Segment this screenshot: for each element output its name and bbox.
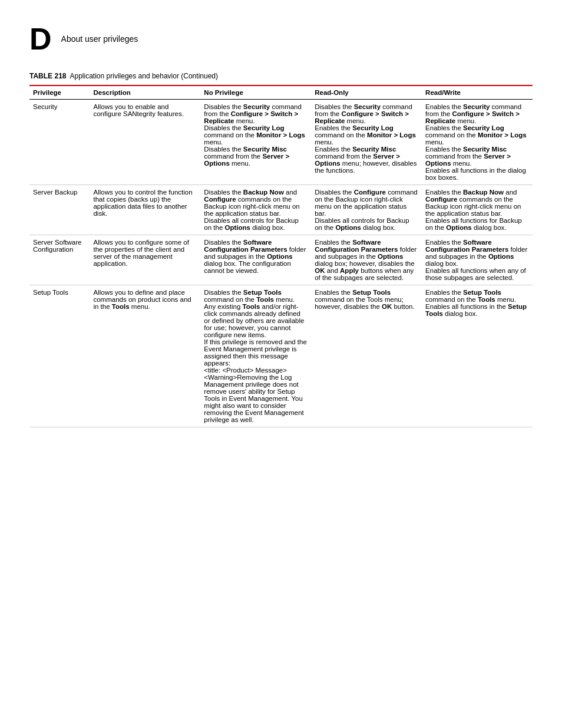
col-description: Description bbox=[90, 86, 200, 100]
read-write-cell: Enables the Setup Tools command on the T… bbox=[422, 285, 533, 427]
description-cell: Allows you to configure some of the prop… bbox=[90, 235, 200, 285]
description-cell: Allows you to control the function that … bbox=[90, 185, 200, 235]
col-readonly: Read-Only bbox=[311, 86, 422, 100]
table-header: Privilege Description No Privilege Read-… bbox=[29, 86, 533, 100]
read-only-cell: Enables the Software Configuration Param… bbox=[311, 235, 422, 285]
description-cell: Allows you to enable and configure SANte… bbox=[90, 100, 200, 185]
privilege-cell: Server Software Configuration bbox=[29, 235, 90, 285]
no-privilege-cell: Disables the Backup Now and Configure co… bbox=[200, 185, 311, 235]
read-only-cell: Disables the Configure command on the Ba… bbox=[311, 185, 422, 235]
privilege-cell: Security bbox=[29, 100, 90, 185]
table-body: SecurityAllows you to enable and configu… bbox=[29, 100, 533, 427]
col-noprivilege: No Privilege bbox=[200, 86, 311, 100]
privilege-cell: Server Backup bbox=[29, 185, 90, 235]
no-privilege-cell: Disables the Software Configuration Para… bbox=[200, 235, 311, 285]
read-only-cell: Disables the Security command from the C… bbox=[311, 100, 422, 185]
table-row: Server Software ConfigurationAllows you … bbox=[29, 235, 533, 285]
privileges-table: Privilege Description No Privilege Read-… bbox=[29, 86, 533, 427]
privilege-cell: Setup Tools bbox=[29, 285, 90, 427]
read-only-cell: Enables the Setup Tools command on the T… bbox=[311, 285, 422, 427]
table-caption: TABLE 218 Application privileges and beh… bbox=[29, 72, 533, 80]
no-privilege-cell: Disables the Security command from the C… bbox=[200, 100, 311, 185]
description-cell: Allows you to define and place commands … bbox=[90, 285, 200, 427]
col-privilege: Privilege bbox=[29, 86, 90, 100]
page-header: D About user privileges bbox=[29, 24, 533, 54]
header-row: Privilege Description No Privilege Read-… bbox=[29, 86, 533, 100]
chapter-letter: D bbox=[29, 24, 52, 54]
table-row: Setup ToolsAllows you to define and plac… bbox=[29, 285, 533, 427]
chapter-title: About user privileges bbox=[61, 34, 138, 44]
read-write-cell: Enables the Software Configuration Param… bbox=[422, 235, 533, 285]
read-write-cell: Enables the Backup Now and Configure com… bbox=[422, 185, 533, 235]
table-row: Server BackupAllows you to control the f… bbox=[29, 185, 533, 235]
table-id: TABLE 218 bbox=[29, 72, 66, 80]
read-write-cell: Enables the Security command from the Co… bbox=[422, 100, 533, 185]
no-privilege-cell: Disables the Setup Tools command on the … bbox=[200, 285, 311, 427]
table-row: SecurityAllows you to enable and configu… bbox=[29, 100, 533, 185]
col-readwrite: Read/Write bbox=[422, 86, 533, 100]
